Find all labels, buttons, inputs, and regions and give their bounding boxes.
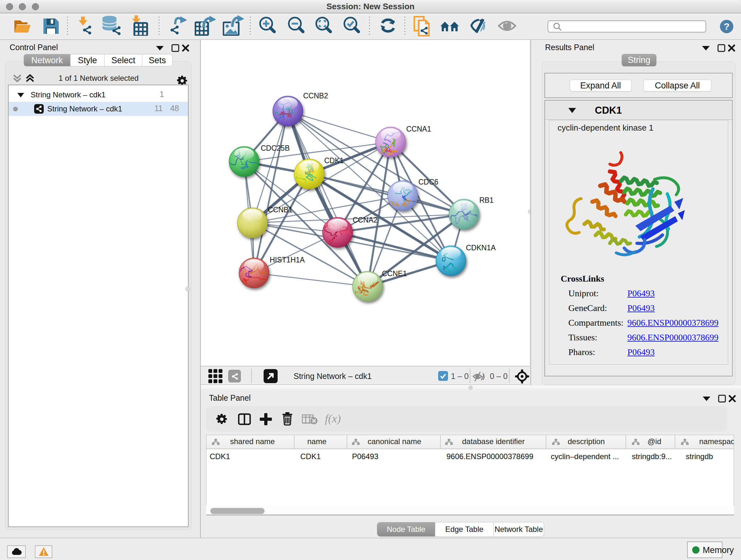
svg-text:CCNA2: CCNA2 xyxy=(353,216,378,224)
svg-text:CDC6: CDC6 xyxy=(418,178,439,186)
svg-text:CCNE1: CCNE1 xyxy=(382,269,407,278)
svg-text:CDKN1A: CDKN1A xyxy=(466,244,496,252)
svg-text:CDC25B: CDC25B xyxy=(261,144,290,152)
svg-text:CDK1: CDK1 xyxy=(324,157,344,165)
svg-text:RB1: RB1 xyxy=(479,196,494,204)
svg-text:CCNB2: CCNB2 xyxy=(303,91,328,100)
svg-text:CCNA1: CCNA1 xyxy=(406,125,431,133)
svg-text:CCNB1: CCNB1 xyxy=(268,206,293,214)
svg-text:HIST1H1A: HIST1H1A xyxy=(270,256,305,264)
